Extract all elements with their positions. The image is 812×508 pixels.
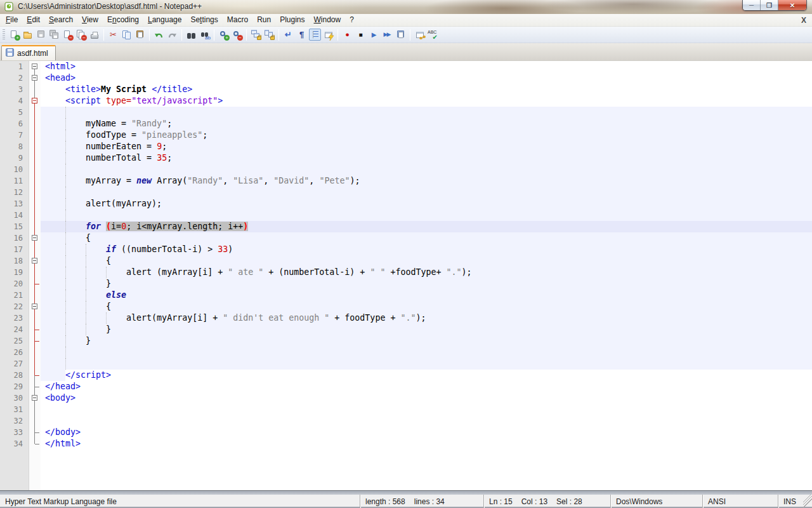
close-document-x[interactable]: X	[801, 16, 806, 25]
code-line[interactable]: </script>	[41, 370, 812, 381]
web-preview-icon[interactable]	[414, 29, 426, 41]
code-line[interactable]: myArray = new Array("Randy", "Lisa", "Da…	[41, 175, 812, 187]
line-number[interactable]: 32	[0, 415, 29, 427]
line-number[interactable]: 12	[0, 187, 29, 198]
line-number[interactable]: 29	[0, 381, 29, 392]
code-line[interactable]: myName = "Randy";	[41, 118, 812, 130]
resize-grip[interactable]	[803, 495, 812, 508]
zoom-out-icon[interactable]: −	[231, 29, 243, 41]
menu-language[interactable]: Language	[143, 14, 186, 26]
close-button[interactable]: ✕	[778, 0, 806, 10]
fold-marker[interactable]	[32, 235, 37, 241]
menu-window[interactable]: Window	[310, 14, 346, 26]
line-number[interactable]: 18	[0, 255, 29, 267]
code-line[interactable]: <title>My Script </title>	[41, 84, 812, 95]
minimize-button[interactable]: ─	[743, 0, 761, 10]
code-line[interactable]: numberTotal = 35;	[41, 152, 812, 164]
line-number[interactable]: 22	[0, 301, 29, 312]
code-line[interactable]: }	[41, 324, 812, 335]
line-number[interactable]: 4	[0, 95, 29, 107]
code-line[interactable]: if ((numberTotal-i) > 33)	[41, 244, 812, 255]
line-number[interactable]: 24	[0, 324, 29, 335]
code-line[interactable]: <head>	[41, 72, 812, 84]
code-line[interactable]: numberEaten = 9;	[41, 141, 812, 152]
menu-run[interactable]: Run	[252, 14, 275, 26]
title-bar[interactable]: C:\Users\Administrator\Desktop\asdf.html…	[0, 0, 812, 14]
code-line[interactable]: }	[41, 335, 812, 347]
run-macro-multiple-icon[interactable]: ▶▶	[381, 29, 393, 41]
code-line[interactable]	[41, 210, 812, 221]
fold-marker[interactable]	[32, 395, 37, 401]
copy-icon[interactable]	[121, 29, 133, 41]
code-line[interactable]	[41, 404, 812, 415]
zoom-in-icon[interactable]: +	[218, 29, 230, 41]
code-line[interactable]: </html>	[41, 438, 812, 450]
line-number[interactable]: 20	[0, 278, 29, 290]
menu-settings[interactable]: Settings	[186, 14, 222, 26]
undo-icon[interactable]	[153, 29, 165, 41]
sync-vertical-scrolling-icon[interactable]	[250, 29, 262, 41]
code-line[interactable]: alert(myArray);	[41, 198, 812, 210]
sync-horizontal-scrolling-icon[interactable]	[263, 29, 275, 41]
code-line[interactable]	[41, 358, 812, 370]
close-all-icon[interactable]: −	[75, 29, 87, 41]
line-number[interactable]: 10	[0, 164, 29, 175]
menu-help[interactable]: ?	[345, 14, 358, 26]
code-line[interactable]: <script type="text/javascript">	[41, 95, 812, 107]
code-line[interactable]: alert(myArray[i] + " didn't eat enough "…	[41, 312, 812, 324]
line-number[interactable]: 9	[0, 152, 29, 164]
redo-icon[interactable]	[166, 29, 178, 41]
show-all-characters-icon[interactable]: ¶	[296, 29, 308, 41]
line-number[interactable]: 34	[0, 438, 29, 450]
line-number[interactable]: 3	[0, 84, 29, 95]
code-line[interactable]: {	[41, 255, 812, 267]
code-line[interactable]: </head>	[41, 381, 812, 392]
close-file-icon[interactable]: −	[62, 29, 74, 41]
line-number[interactable]: 23	[0, 312, 29, 324]
replace-icon[interactable]: ab	[199, 29, 211, 41]
fold-margin[interactable]	[29, 61, 41, 490]
line-number[interactable]: 2	[0, 72, 29, 84]
menu-plugins[interactable]: Plugins	[275, 14, 309, 26]
show-indent-guide-icon[interactable]	[309, 29, 321, 41]
word-wrap-icon[interactable]: ↵	[282, 29, 294, 41]
menu-macro[interactable]: Macro	[223, 14, 252, 26]
line-number[interactable]: 13	[0, 198, 29, 210]
record-macro-icon[interactable]: ●	[341, 29, 353, 41]
maximize-button[interactable]: ❐	[761, 0, 778, 10]
paste-icon[interactable]	[134, 29, 146, 41]
line-number[interactable]: 8	[0, 141, 29, 152]
code-line[interactable]	[41, 164, 812, 175]
code-area[interactable]: <html><head> <title>My Script </title> <…	[41, 61, 812, 490]
save-macro-icon[interactable]	[395, 29, 407, 41]
cut-icon[interactable]: ✂	[107, 29, 119, 41]
line-number[interactable]: 28	[0, 370, 29, 381]
line-number-margin[interactable]: 1234567891011121314151617181920212223242…	[0, 61, 29, 490]
fold-marker[interactable]	[32, 304, 37, 309]
line-number[interactable]: 30	[0, 392, 29, 404]
menu-edit[interactable]: Edit	[22, 14, 44, 26]
find-icon[interactable]	[185, 29, 197, 41]
menu-view[interactable]: View	[77, 14, 103, 26]
line-number[interactable]: 17	[0, 244, 29, 255]
code-line[interactable]	[41, 347, 812, 358]
fold-marker[interactable]	[32, 64, 37, 69]
code-line[interactable]	[41, 107, 812, 118]
code-line[interactable]: }	[41, 278, 812, 290]
user-defined-language-icon[interactable]	[322, 29, 334, 41]
code-line[interactable]: alert (myArray[i] + " ate " + (numberTot…	[41, 267, 812, 278]
code-line[interactable]: </body>	[41, 427, 812, 438]
menu-encoding[interactable]: Encoding	[103, 14, 143, 26]
toolbar-grip-handle[interactable]	[3, 29, 5, 41]
tab-asdf-html[interactable]: asdf.html	[1, 45, 56, 60]
spell-check-icon[interactable]: ABC✔	[427, 29, 439, 41]
line-number[interactable]: 11	[0, 175, 29, 187]
fold-marker[interactable]	[32, 258, 37, 264]
line-number[interactable]: 16	[0, 232, 29, 244]
new-file-icon[interactable]: +	[8, 29, 20, 41]
code-line[interactable]: <html>	[41, 61, 812, 72]
line-number[interactable]: 21	[0, 290, 29, 301]
line-number[interactable]: 33	[0, 427, 29, 438]
open-file-icon[interactable]	[22, 29, 34, 41]
line-number[interactable]: 6	[0, 118, 29, 130]
